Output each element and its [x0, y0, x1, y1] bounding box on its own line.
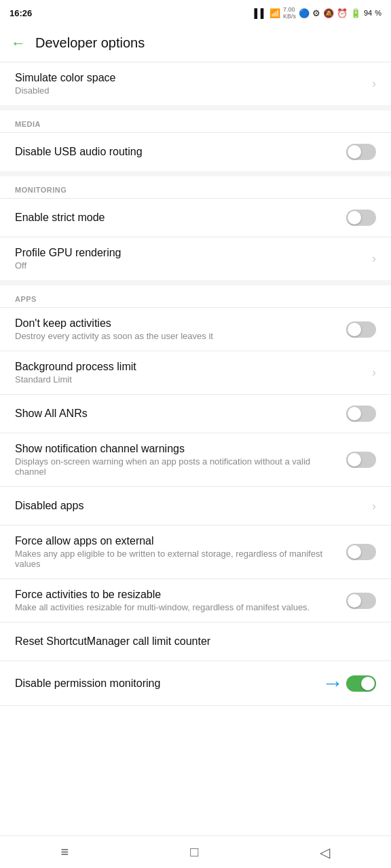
back-button[interactable]: ← [11, 35, 26, 52]
dont-keep-activities-item[interactable]: Don't keep activities Destroy every acti… [0, 308, 391, 351]
enable-strict-mode-text: Enable strict mode [15, 212, 346, 224]
dont-keep-activities-title: Don't keep activities [15, 317, 338, 330]
bottom-nav: ≡ □ ◁ [0, 835, 391, 868]
toggle-thumb [348, 145, 361, 159]
toggle-thumb [348, 453, 361, 467]
disable-permission-monitoring-item[interactable]: Disable permission monitoring → [0, 661, 391, 705]
simulate-color-space-text: Simulate color space Disabled [15, 72, 372, 96]
simulate-color-space-item[interactable]: Simulate color space Disabled › [0, 62, 391, 105]
nav-back-button[interactable]: ◁ [303, 839, 346, 866]
force-activities-resizable-text: Force activities to be resizable Make al… [15, 589, 346, 612]
profile-gpu-title: Profile GPU rendering [15, 247, 364, 259]
disable-permission-monitoring-title: Disable permission monitoring [15, 677, 314, 690]
disable-permission-monitoring-text: Disable permission monitoring [15, 677, 322, 690]
toggle-track [346, 593, 376, 609]
header: ← Developer options [0, 24, 391, 62]
force-allow-apps-external-item[interactable]: Force allow apps on external Makes any a… [0, 526, 391, 578]
divider-3 [0, 280, 391, 285]
media-section-label: MEDIA [0, 111, 391, 132]
profile-gpu-text: Profile GPU rendering Off [15, 247, 372, 271]
background-process-limit-item[interactable]: Background process limit Standard Limit … [0, 351, 391, 394]
nav-menu-button[interactable]: ≡ [45, 839, 86, 865]
disable-usb-audio-item[interactable]: Disable USB audio routing [0, 133, 391, 171]
battery-icon: 🔋 [350, 8, 361, 18]
simulate-color-space-subtitle: Disabled [15, 85, 364, 96]
toggle-track [346, 144, 376, 160]
profile-gpu-subtitle: Off [15, 260, 364, 271]
toggle-track [346, 406, 376, 422]
disabled-apps-item[interactable]: Disabled apps › [0, 487, 391, 525]
disabled-apps-chevron: › [372, 499, 376, 513]
signal-icon: ▌▌ [255, 8, 267, 18]
apps-section-label: Apps [0, 285, 391, 307]
notification-channel-warnings-item[interactable]: Show notification channel warnings Displ… [0, 433, 391, 486]
force-allow-apps-external-subtitle: Makes any app eligible to be written to … [15, 549, 338, 569]
blue-arrow-annotation: → [322, 671, 343, 696]
dont-keep-activities-toggle[interactable] [346, 321, 376, 338]
dont-keep-activities-text: Don't keep activities Destroy every acti… [15, 317, 346, 341]
disabled-apps-text: Disabled apps [15, 500, 372, 512]
page-title: Developer options [35, 35, 145, 51]
monitoring-section-label: MONITORING [0, 176, 391, 198]
divider-dpm [0, 705, 391, 706]
reset-shortcut-manager-item[interactable]: Reset ShortcutManager call limit counter [0, 623, 391, 660]
background-process-limit-title: Background process limit [15, 361, 364, 373]
toggle-thumb [348, 407, 361, 420]
enable-strict-mode-toggle[interactable] [346, 210, 376, 226]
content-area: Simulate color space Disabled › MEDIA Di… [0, 62, 391, 744]
simulate-color-space-chevron: › [372, 77, 376, 91]
force-activities-resizable-title: Force activities to be resizable [15, 589, 338, 601]
notification-channel-warnings-text: Show notification channel warnings Displ… [15, 443, 346, 477]
permission-monitoring-right: → [322, 671, 376, 696]
background-process-limit-text: Background process limit Standard Limit [15, 361, 372, 384]
toggle-thumb [348, 323, 361, 336]
toggle-thumb [361, 677, 375, 690]
toggle-track [346, 321, 376, 338]
reset-shortcut-manager-title: Reset ShortcutManager call limit counter [15, 635, 368, 648]
wifi-icon: 📶 [269, 8, 280, 18]
mute-icon: 🔕 [323, 8, 334, 18]
divider-2 [0, 171, 391, 176]
color-icon: 🔵 [299, 8, 310, 18]
status-bar: 16:26 ▌▌ 📶 7.00KB/s 🔵 ⚙ 🔕 ⏰ 🔋 94% [0, 0, 391, 24]
force-activities-resizable-subtitle: Make all activities resizable for multi-… [15, 602, 338, 612]
toggle-track-on [346, 675, 376, 692]
enable-strict-mode-item[interactable]: Enable strict mode [0, 199, 391, 237]
status-time: 16:26 [10, 8, 32, 18]
disable-usb-audio-title: Disable USB audio routing [15, 146, 338, 158]
status-icons: ▌▌ 📶 7.00KB/s 🔵 ⚙ 🔕 ⏰ 🔋 94% [255, 6, 381, 20]
battery-level: 94 [364, 9, 372, 17]
notification-channel-warnings-title: Show notification channel warnings [15, 443, 338, 455]
dont-keep-activities-subtitle: Destroy every activity as soon as the us… [15, 331, 338, 341]
toggle-track [346, 452, 376, 468]
alarm-icon: ⏰ [337, 8, 348, 18]
disable-usb-audio-toggle[interactable] [346, 144, 376, 160]
profile-gpu-chevron: › [372, 252, 376, 266]
toggle-thumb [348, 594, 361, 608]
divider-1 [0, 105, 391, 111]
show-all-anrs-item[interactable]: Show All ANRs [0, 395, 391, 433]
disable-permission-monitoring-toggle[interactable] [346, 675, 376, 692]
force-activities-resizable-toggle[interactable] [346, 593, 376, 609]
enable-strict-mode-title: Enable strict mode [15, 212, 338, 224]
force-allow-apps-external-text: Force allow apps on external Makes any a… [15, 535, 346, 569]
data-icon: 7.00KB/s [283, 6, 296, 20]
force-allow-apps-external-title: Force allow apps on external [15, 535, 338, 547]
nav-home-button[interactable]: □ [174, 839, 215, 865]
disable-usb-audio-text: Disable USB audio routing [15, 146, 346, 158]
show-all-anrs-title: Show All ANRs [15, 408, 338, 420]
app-icon1: ⚙ [312, 8, 320, 18]
show-all-anrs-toggle[interactable] [346, 406, 376, 422]
background-process-limit-chevron: › [372, 366, 376, 380]
toggle-thumb [348, 545, 361, 559]
show-all-anrs-text: Show All ANRs [15, 408, 346, 420]
notification-channel-warnings-toggle[interactable] [346, 452, 376, 468]
profile-gpu-item[interactable]: Profile GPU rendering Off › [0, 237, 391, 280]
toggle-track [346, 544, 376, 560]
simulate-color-space-title: Simulate color space [15, 72, 364, 84]
force-allow-apps-external-toggle[interactable] [346, 544, 376, 560]
reset-shortcut-manager-text: Reset ShortcutManager call limit counter [15, 635, 376, 648]
notification-channel-warnings-subtitle: Displays on-screen warning when an app p… [15, 456, 338, 477]
force-activities-resizable-item[interactable]: Force activities to be resizable Make al… [0, 579, 391, 622]
background-process-limit-subtitle: Standard Limit [15, 374, 364, 384]
